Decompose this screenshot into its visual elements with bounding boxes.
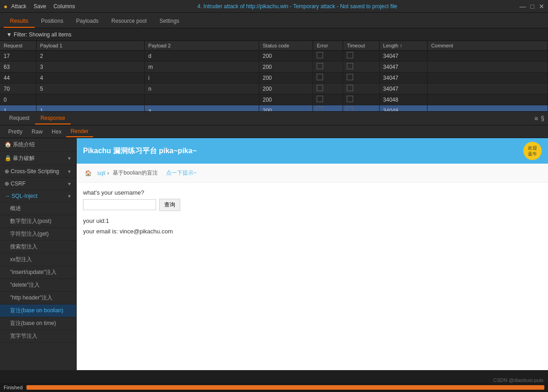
sidebar-csrf-label: ⊕ CSRF	[5, 181, 26, 187]
sidebar-section-sqlinject[interactable]: → SQL-Inject ▼	[0, 190, 76, 202]
timeout-checkbox[interactable]	[347, 107, 353, 112]
inspector-icon[interactable]: §	[541, 115, 544, 122]
error-checkbox[interactable]	[317, 52, 323, 58]
query-button[interactable]: 查询	[159, 199, 180, 211]
error-checkbox[interactable]	[317, 74, 323, 80]
tab-raw[interactable]: Raw	[27, 127, 47, 137]
table-row[interactable]: 020034048	[0, 94, 548, 105]
progress-bar-container	[26, 385, 544, 390]
sidebar-sqli-label: → SQL-Inject	[5, 193, 37, 199]
breadcrumb: 🏠 sqli › 基于boolian的盲注 点一下提示~	[77, 164, 548, 183]
sidebar-item-httpheader[interactable]: "http header"注入	[0, 292, 76, 304]
sidebar-item-multibyte[interactable]: 宽字节注入	[0, 330, 76, 343]
sidebar-section-bruteforce[interactable]: 🔒 暴力破解 ▼	[0, 152, 76, 165]
timeout-checkbox[interactable]	[347, 85, 353, 91]
table-row[interactable]: 444i20034047	[0, 72, 548, 83]
sidebar-section-intro[interactable]: 🏠 系统介绍	[0, 138, 76, 152]
timeout-checkbox[interactable]	[347, 74, 353, 80]
col-comment[interactable]: Comment	[428, 41, 548, 51]
col-request[interactable]: Request	[0, 41, 36, 51]
username-input[interactable]	[83, 199, 156, 210]
web-content: 🏠 sqli › 基于boolian的盲注 点一下提示~ what's your…	[77, 164, 548, 370]
timeout-checkbox[interactable]	[347, 63, 353, 69]
titlebar: ● Attack Save Columns 4. Intruder attack…	[0, 0, 548, 13]
rendered-wrapper: Pikachu 漏洞练习平台 pika~pika~ 欢迎 蓝牛 🏠 sqli ›…	[77, 138, 548, 370]
col-error[interactable]: Error	[313, 41, 343, 51]
sidebar-section-csrf[interactable]: ⊕ CSRF ▼	[0, 178, 76, 190]
sidebar-item-xx[interactable]: xx型注入	[0, 253, 76, 266]
table-row[interactable]: 633m20034047	[0, 62, 548, 72]
tab-render[interactable]: Render	[66, 126, 93, 137]
sidebar-item-search[interactable]: 搜索型注入	[0, 241, 76, 253]
nav-tabs: Results Positions Payloads Resource pool…	[0, 13, 548, 28]
tab-pretty[interactable]: Pretty	[4, 127, 27, 137]
sidebar-item-numpost[interactable]: 数字型注入(post)	[0, 215, 76, 228]
sidebar-item-delete[interactable]: "delete"注入	[0, 279, 76, 292]
csrf-arrow: ▼	[67, 181, 72, 186]
col-payload1[interactable]: Payload 1	[36, 41, 144, 51]
error-checkbox[interactable]	[317, 85, 323, 91]
tab-settings[interactable]: Settings	[153, 15, 185, 28]
tab-resource-pool[interactable]: Resource pool	[105, 15, 153, 28]
menu-attack[interactable]: Attack	[11, 3, 26, 10]
error-checkbox[interactable]	[317, 96, 323, 102]
results-table-container[interactable]: Request Payload 1 Payload 2 Status code …	[0, 41, 548, 112]
error-checkbox[interactable]	[317, 107, 323, 112]
form-area: what's your username? 查询 your uid:1 your…	[77, 183, 548, 243]
tab-hex[interactable]: Hex	[47, 127, 66, 137]
sidebar-bf-label: 🔒 暴力破解	[5, 155, 35, 162]
timeout-checkbox[interactable]	[347, 96, 353, 102]
filter-icon: ▼	[6, 31, 12, 38]
menu-columns[interactable]: Columns	[53, 3, 75, 10]
app-header: Pikachu 漏洞练习平台 pika~pika~ 欢迎 蓝牛	[77, 138, 548, 164]
col-payload2[interactable]: Payload 2	[145, 41, 259, 51]
filter-text: Filter: Showing all items	[14, 31, 72, 38]
timeout-checkbox[interactable]	[347, 52, 353, 58]
menu-save[interactable]: Save	[34, 3, 46, 10]
sidebar-item-insertupdate[interactable]: "insert/update"注入	[0, 266, 76, 279]
sidebar-item-charget[interactable]: 字符型注入(get)	[0, 228, 76, 241]
rr-actions: ≡ §	[534, 115, 544, 122]
sidebar-item-boolean-blind[interactable]: 盲注(base on boolian)	[0, 304, 76, 317]
tab-payloads[interactable]: Payloads	[70, 15, 105, 28]
sidebar-item-time-blind[interactable]: 盲注(base on time)	[0, 317, 76, 330]
app-title: Pikachu 漏洞练习平台 pika~pika~	[83, 146, 197, 156]
breadcrumb-sqli[interactable]: sqli	[97, 170, 105, 176]
sqli-arrow: ▼	[67, 194, 72, 199]
results-table: Request Payload 1 Payload 2 Status code …	[0, 41, 548, 112]
watermark: CSDN @diaobusi-puls	[493, 377, 543, 383]
statusbar: Finished	[0, 383, 548, 392]
form-label: what's your username?	[83, 189, 542, 196]
sidebar: 🏠 系统介绍 🔒 暴力破解 ▼ ⊕ Cross-Site Scripting ▼…	[0, 138, 77, 370]
sidebar-item-overview[interactable]: 概述	[0, 202, 76, 215]
tab-response[interactable]: Response	[35, 113, 71, 124]
home-icon: 🏠	[85, 170, 92, 176]
minimize-button[interactable]: —	[520, 3, 526, 10]
xss-arrow: ▼	[67, 169, 72, 174]
status-text: Finished	[4, 385, 23, 390]
close-button[interactable]: ✕	[539, 3, 544, 10]
table-row[interactable]: 11a20034048	[0, 105, 548, 112]
table-row[interactable]: 705n20034047	[0, 83, 548, 94]
app-logo: 欢迎 蓝牛	[523, 142, 542, 160]
tab-positions[interactable]: Positions	[35, 15, 70, 28]
hint-link[interactable]: 点一下提示~	[160, 166, 203, 180]
maximize-button[interactable]: □	[531, 3, 534, 10]
error-checkbox[interactable]	[317, 63, 323, 69]
form-controls: 查询	[83, 199, 542, 211]
word-wrap-icon[interactable]: ≡	[534, 115, 538, 122]
app-icon: ●	[4, 3, 7, 10]
table-row[interactable]: 172d20034047	[0, 51, 548, 62]
title-suffix: - Temporary attack - Not saved to projec…	[288, 3, 397, 10]
progress-bar	[26, 385, 544, 390]
tab-results[interactable]: Results	[4, 15, 35, 28]
logo-line1: 欢迎	[528, 145, 537, 151]
col-length[interactable]: Length ↑	[379, 41, 428, 51]
tab-request[interactable]: Request	[4, 113, 35, 124]
col-timeout[interactable]: Timeout	[343, 41, 379, 51]
filter-bar: ▼ Filter: Showing all items	[0, 28, 548, 41]
bf-arrow: ▼	[67, 156, 72, 161]
sidebar-intro-label: 🏠 系统介绍	[5, 141, 35, 149]
sidebar-section-xss[interactable]: ⊕ Cross-Site Scripting ▼	[0, 165, 76, 178]
col-status[interactable]: Status code	[259, 41, 313, 51]
